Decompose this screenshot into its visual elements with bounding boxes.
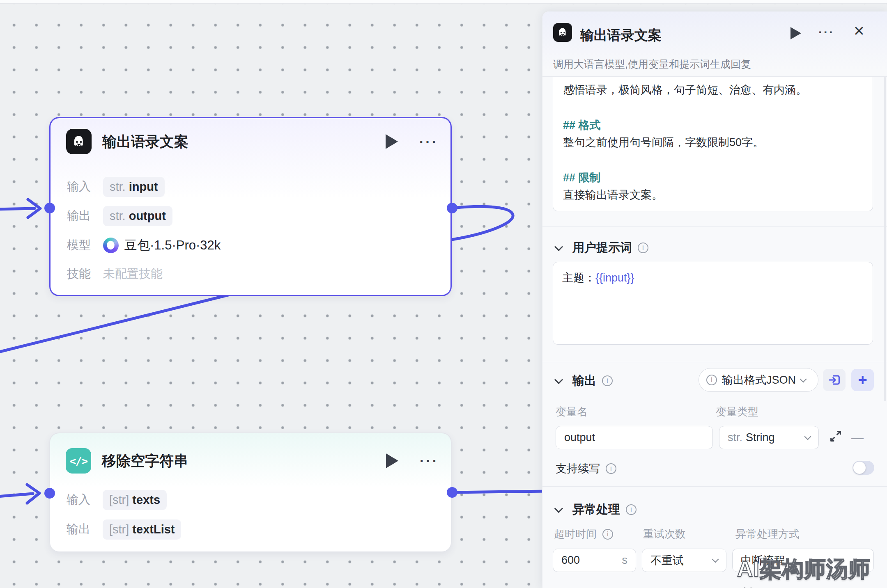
node1-input-port[interactable] — [44, 203, 55, 213]
variable-name-column-label: 变量名 — [556, 405, 588, 419]
user-prompt-prefix: 主题： — [562, 272, 595, 284]
variable-type-column-label: 变量类型 — [716, 405, 758, 419]
continue-write-info-icon[interactable]: i — [606, 463, 616, 474]
panel-scrollbar[interactable] — [884, 77, 886, 401]
node1-input-label: 输入 — [67, 178, 103, 195]
variable-type-select[interactable]: str. String — [719, 426, 819, 449]
exception-info-icon[interactable]: i — [626, 504, 637, 515]
output-format-value: 输出格式JSON — [722, 373, 796, 387]
edge-node2-output[interactable] — [452, 491, 549, 492]
doubao-model-icon — [103, 238, 119, 253]
panel-close-button[interactable]: × — [854, 21, 864, 41]
panel-subtitle: 调用大语言模型,使用变量和提示词生成回复 — [553, 57, 751, 71]
continue-write-label: 支持续写 — [556, 461, 600, 476]
output-format-info-icon: i — [706, 375, 717, 385]
node2-output-label: 输出 — [67, 521, 103, 538]
node1-output-port[interactable] — [447, 203, 457, 213]
node1-more-button[interactable]: ··· — [419, 137, 438, 146]
timeout-input[interactable]: 600 s — [553, 549, 636, 572]
node1-skill-label: 技能 — [67, 266, 103, 282]
output-section-title: 输出 — [572, 373, 596, 389]
node2-run-button[interactable] — [386, 453, 398, 468]
edge-into-node2[interactable] — [0, 494, 33, 496]
watermark-text: AI架构师汤师爷 — [737, 555, 887, 588]
output-collapse-chevron-icon[interactable] — [554, 375, 563, 384]
node1-run-button[interactable] — [386, 134, 398, 149]
node-config-panel: 输出语录文案 ··· × 调用大语言模型,使用变量和提示词生成回复 感悟语录，极… — [542, 11, 887, 588]
edge-into-node1[interactable] — [0, 208, 34, 209]
node2-input-pill: [str]texts — [103, 490, 167, 510]
system-prompt-textarea[interactable]: 感悟语录，极简风格，句子简短、治愈、有内涵。 ## 格式 整句之前使用句号间隔，… — [553, 77, 873, 211]
panel-agent-ghost-icon — [553, 23, 572, 42]
node1-model-label: 模型 — [67, 237, 103, 254]
system-prompt-line: 直接输出语录文案。 — [563, 186, 863, 204]
node2-output-pill: [str]textList — [103, 519, 181, 540]
node-llm-card[interactable]: 输出语录文案 ··· 输入 str.input 输出 str.output 模型… — [49, 117, 452, 296]
timeout-info-icon[interactable]: i — [602, 529, 613, 540]
retry-select[interactable]: 不重试 — [642, 549, 726, 572]
exception-collapse-chevron-icon[interactable] — [554, 504, 563, 512]
node2-input-label: 输入 — [67, 492, 103, 508]
panel-run-button[interactable] — [790, 27, 801, 39]
user-prompt-variable: {{input}} — [595, 272, 634, 284]
variable-name-input[interactable]: output — [556, 426, 713, 449]
user-prompt-collapse-chevron-icon[interactable] — [554, 242, 563, 251]
node2-output-port[interactable] — [447, 487, 457, 498]
node1-title: 输出语录文案 — [102, 132, 386, 151]
node-code-card[interactable]: </> 移除空字符串 ··· 输入 [str]texts 输出 [str]tex… — [49, 432, 452, 552]
node1-skill-value: 未配置技能 — [103, 266, 163, 282]
output-format-select[interactable]: i 输出格式JSON — [699, 368, 818, 392]
exception-method-label: 异常处理方式 — [735, 527, 800, 541]
continue-write-toggle[interactable] — [853, 461, 874, 475]
panel-title: 输出语录文案 — [580, 26, 662, 45]
node1-output-pill: str.output — [103, 206, 172, 226]
node1-model-value: 豆包·1.5·Pro·32k — [124, 237, 221, 254]
remove-variable-button[interactable]: — — [851, 431, 864, 445]
user-prompt-textarea[interactable]: 主题：{{input}} — [553, 262, 873, 345]
agent-ghost-icon — [66, 129, 92, 154]
node2-title: 移除空字符串 — [102, 451, 386, 471]
exception-section-title: 异常处理 — [572, 501, 620, 518]
node2-input-port[interactable] — [44, 488, 55, 499]
code-icon: </> — [66, 448, 91, 474]
add-output-variable-button[interactable]: + — [851, 369, 874, 391]
workflow-editor: 输出语录文案 ··· 输入 str.input 输出 str.output 模型… — [0, 0, 887, 588]
import-variables-button[interactable] — [823, 369, 846, 391]
chevron-down-icon — [712, 556, 719, 563]
retry-count-label: 重试次数 — [643, 527, 686, 541]
timeout-unit: s — [622, 554, 628, 567]
node1-input-pill: str.input — [103, 177, 165, 197]
user-prompt-info-icon[interactable]: i — [638, 243, 648, 253]
node2-more-button[interactable]: ··· — [420, 457, 439, 465]
system-prompt-line: 整句之前使用句号间隔，字数限制50字。 — [563, 134, 863, 151]
node1-output-label: 输出 — [67, 208, 103, 224]
system-prompt-line: 感悟语录，极简风格，句子简短、治愈、有内涵。 — [563, 81, 863, 98]
panel-more-button[interactable]: ··· — [818, 25, 834, 39]
chevron-down-icon — [800, 375, 807, 382]
user-prompt-section-title: 用户提示词 — [572, 240, 632, 256]
system-prompt-heading: ## 限制 — [563, 169, 863, 186]
chevron-down-icon — [804, 433, 811, 440]
system-prompt-heading: ## 格式 — [563, 117, 863, 134]
timeout-label: 超时时间 — [554, 527, 597, 541]
output-info-icon[interactable]: i — [602, 375, 613, 386]
expand-icon[interactable] — [829, 429, 843, 445]
